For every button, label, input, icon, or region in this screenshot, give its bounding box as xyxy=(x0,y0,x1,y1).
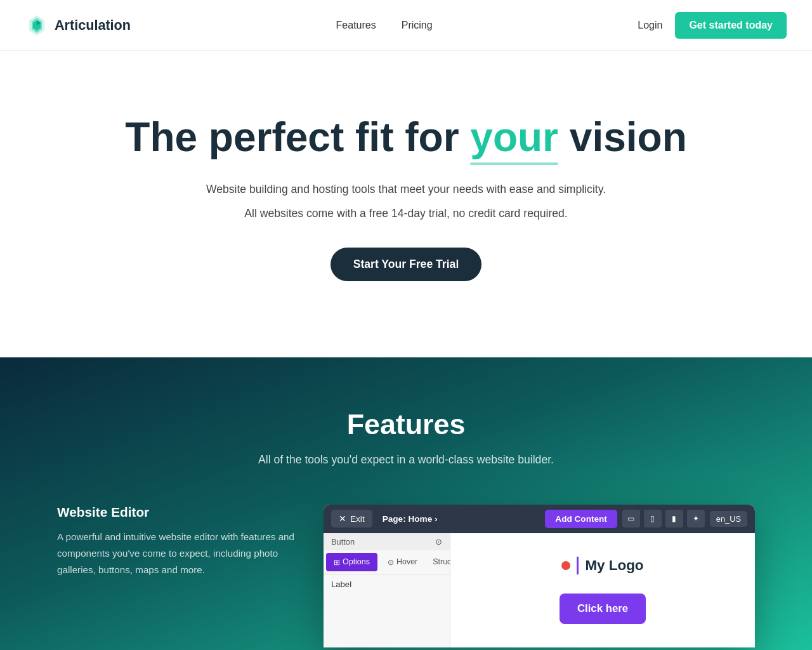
logo-cursor xyxy=(577,557,579,574)
editor-mockup: ✕ Exit Page: Home › Add Content ▭ ▯ ▮ ✦ … xyxy=(324,505,755,647)
panel-section-title: Button ⊙ xyxy=(324,533,450,550)
logo-text: Articulation xyxy=(55,17,131,34)
website-editor-description: A powerful and intuitive website editor … xyxy=(57,529,298,578)
panel-tabs: ⊞ Options ⊙ Hover Structure xyxy=(324,550,450,574)
editor-body: Button ⊙ ⊞ Options ⊙ Hover Stru xyxy=(324,533,755,647)
page-name: Home xyxy=(408,514,432,524)
exit-label: Exit xyxy=(350,514,365,524)
logo-icon xyxy=(25,14,48,37)
exit-button[interactable]: ✕ Exit xyxy=(331,510,372,527)
logo-dot xyxy=(561,561,570,570)
options-icon: ⊞ xyxy=(334,557,340,567)
exit-x-icon: ✕ xyxy=(339,514,346,524)
toolbar-icons: ▭ ▯ ▮ ✦ xyxy=(622,510,705,527)
editor-left-panel: Button ⊙ ⊞ Options ⊙ Hover Stru xyxy=(324,533,450,647)
nav-features[interactable]: Features xyxy=(336,20,376,31)
panel-section-icon: ⊙ xyxy=(435,537,442,547)
nav-pricing[interactable]: Pricing xyxy=(402,20,433,31)
features-subtitle: All of the tools you'd expect in a world… xyxy=(25,453,787,467)
navbar: Articulation Features Pricing Login Get … xyxy=(0,0,812,51)
panel-section-label: Button xyxy=(331,537,355,547)
hero-subtitle2: All websites come with a free 14-day tri… xyxy=(25,204,787,222)
page-chevron-icon: › xyxy=(435,514,438,524)
website-editor-title: Website Editor xyxy=(57,505,298,520)
get-started-button[interactable]: Get started today xyxy=(675,12,787,39)
click-here-button[interactable]: Click here xyxy=(560,594,646,624)
panel-tab-options[interactable]: ⊞ Options xyxy=(326,553,377,571)
features-section: Features All of the tools you'd expect i… xyxy=(0,357,812,650)
logo-link[interactable]: Articulation xyxy=(25,14,131,37)
editor-right-panel: My Logo Click here xyxy=(450,533,755,647)
features-title: Features xyxy=(25,408,787,441)
hero-section: The perfect fit for your vision Website … xyxy=(0,51,812,357)
hero-title-part2: vision xyxy=(558,114,687,160)
desktop-icon[interactable]: ▭ xyxy=(622,510,640,527)
logo-preview-text: My Logo xyxy=(585,557,643,574)
hero-title-highlight: your xyxy=(470,114,558,161)
toolbar-page: Page: Home › xyxy=(383,514,438,524)
free-trial-button[interactable]: Start Your Free Trial xyxy=(331,248,482,281)
hero-subtitle1: Website building and hosting tools that … xyxy=(25,180,787,198)
hero-title: The perfect fit for your vision xyxy=(25,114,787,161)
nav-right: Login Get started today xyxy=(638,12,787,39)
hover-icon: ⊙ xyxy=(388,557,394,567)
mobile-icon[interactable]: ▮ xyxy=(665,510,683,527)
editor-preview-area: My Logo Click here xyxy=(560,557,646,624)
tablet-icon[interactable]: ▯ xyxy=(644,510,662,527)
features-content: Website Editor A powerful and intuitive … xyxy=(57,505,755,647)
add-content-button[interactable]: Add Content xyxy=(545,510,617,528)
panel-label: Label xyxy=(324,574,450,594)
features-description: Website Editor A powerful and intuitive … xyxy=(57,505,298,604)
language-selector[interactable]: en_US xyxy=(710,511,747,527)
settings-icon[interactable]: ✦ xyxy=(687,510,705,527)
login-button[interactable]: Login xyxy=(638,20,662,31)
editor-toolbar: ✕ Exit Page: Home › Add Content ▭ ▯ ▮ ✦ … xyxy=(324,505,755,533)
hero-title-part1: The perfect fit for xyxy=(125,114,470,160)
logo-preview: My Logo xyxy=(561,557,643,574)
nav-links: Features Pricing xyxy=(336,20,433,31)
panel-tab-hover[interactable]: ⊙ Hover xyxy=(380,550,425,574)
